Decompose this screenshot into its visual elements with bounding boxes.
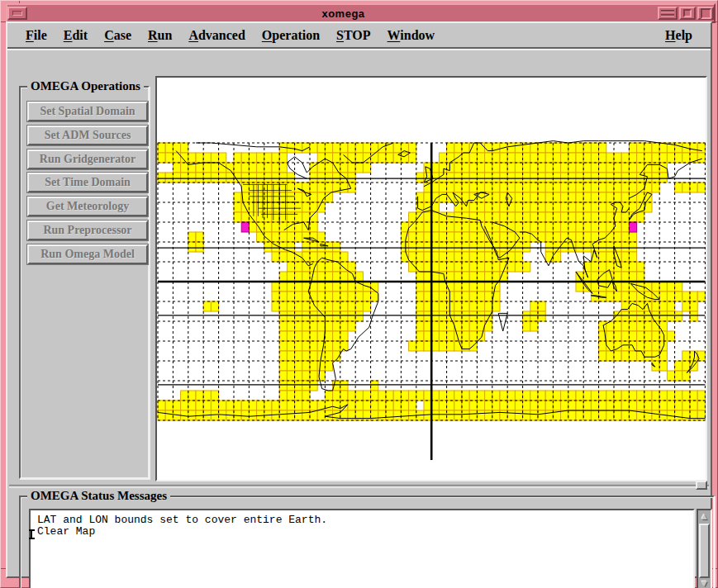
button-run-omega-model[interactable]: Run Omega Model bbox=[27, 244, 148, 264]
scroll-up-icon[interactable]: ▲ bbox=[699, 511, 710, 522]
button-run-gridgenerator[interactable]: Run Gridgenerator bbox=[27, 149, 148, 169]
status-scrollbar[interactable]: ▲ ▼ bbox=[697, 509, 712, 588]
menu-item-advanced[interactable]: Advanced bbox=[180, 26, 253, 45]
status-text-area[interactable]: LAT and LON bounds set to cover entire E… bbox=[29, 509, 695, 588]
pane-separator bbox=[9, 485, 709, 488]
menu-item-case[interactable]: Case bbox=[96, 26, 140, 45]
window-title: xomega bbox=[29, 7, 658, 20]
menu-item-operation[interactable]: Operation bbox=[254, 26, 328, 45]
window-menu-button[interactable] bbox=[7, 7, 27, 20]
status-messages-title: OMEGA Status Messages bbox=[27, 490, 170, 502]
application-area: FileEditCaseRunAdvancedOperationSTOPWind… bbox=[6, 21, 712, 578]
maximize-icon bbox=[701, 8, 711, 19]
text-cursor bbox=[29, 529, 35, 539]
button-set-spatial-domain[interactable]: Set Spatial Domain bbox=[27, 102, 148, 121]
minimize-icon bbox=[683, 9, 692, 17]
omega-operations-title: OMEGA Operations bbox=[27, 80, 144, 92]
omega-operations-frame: OMEGA Operations Set Spatial DomainSet A… bbox=[19, 86, 150, 479]
menu-item-stop[interactable]: STOP bbox=[328, 26, 379, 45]
button-run-preprocessor[interactable]: Run Preprocessor bbox=[27, 220, 148, 240]
button-get-meteorology[interactable]: Get Meteorology bbox=[27, 197, 148, 216]
menu-item-run[interactable]: Run bbox=[140, 26, 180, 45]
menu-item-window[interactable]: Window bbox=[379, 26, 444, 45]
resize-lines-icon bbox=[661, 10, 674, 12]
menu-item-file[interactable]: File bbox=[17, 26, 55, 45]
resize-lines-icon bbox=[661, 14, 674, 17]
menubar: FileEditCaseRunAdvancedOperationSTOPWind… bbox=[7, 23, 711, 49]
scroll-down-icon[interactable]: ▼ bbox=[699, 578, 710, 588]
map-viewport[interactable] bbox=[155, 76, 707, 481]
menu-item-help[interactable]: Help bbox=[657, 26, 701, 45]
titlebar[interactable]: xomega bbox=[6, 3, 716, 23]
pane-sash-handle[interactable] bbox=[696, 481, 707, 490]
maximize-button[interactable] bbox=[697, 7, 714, 20]
button-set-adm-sources[interactable]: Set ADM Sources bbox=[27, 126, 148, 145]
button-set-time-domain[interactable]: Set Time Domain bbox=[27, 173, 148, 192]
world-map-svg bbox=[157, 78, 706, 480]
menu-item-edit[interactable]: Edit bbox=[55, 26, 96, 45]
scrollbar-thumb[interactable] bbox=[699, 524, 710, 578]
window-menu-dash-icon bbox=[12, 11, 22, 16]
status-messages-frame: OMEGA Status Messages LAT and LON bounds… bbox=[19, 496, 715, 588]
resize-lines-button[interactable] bbox=[658, 7, 678, 20]
minimize-button[interactable] bbox=[679, 7, 696, 20]
